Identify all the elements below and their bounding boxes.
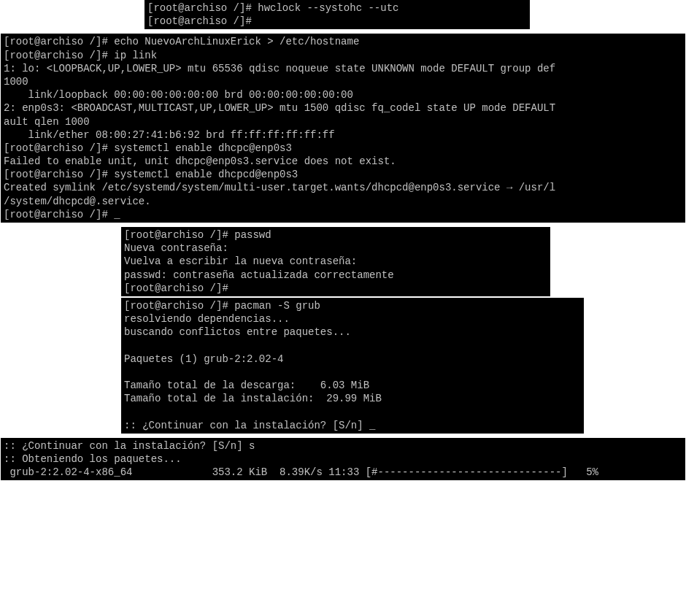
terminal-block-pacman-grub: [root@archiso /]# pacman -S grub resolvi… (121, 298, 584, 434)
term-line: passwd: contraseña actualizada correctam… (124, 269, 394, 281)
term-line: /system/dhcpcd@.service. (4, 196, 151, 207)
term-line: [root@archiso /]# (147, 15, 252, 27)
term-line: Vuelva a escribir la nueva contraseña: (124, 255, 357, 267)
terminal-block-network: [root@archiso /]# echo NuevoArchLinuxEri… (1, 34, 685, 223)
term-line: grub-2:2.02-4-x86_64 353.2 KiB 8.39K/s 1… (4, 466, 598, 478)
terminal-block-passwd: [root@archiso /]# passwd Nueva contraseñ… (121, 227, 550, 296)
term-line: Created symlink /etc/systemd/system/mult… (4, 182, 555, 193)
term-line: [root@archiso /]# _ (4, 209, 120, 220)
term-line: Tamaño total de la instalación: 29.99 Mi… (124, 393, 382, 404)
term-line: :: Obteniendo los paquetes... (4, 453, 182, 465)
term-line: [root@archiso /]# systemctl enable dhcpc… (4, 142, 292, 154)
term-line: ault qlen 1000 (4, 116, 90, 128)
term-line: [root@archiso /]# ip link (4, 50, 157, 61)
term-line: Paquetes (1) grub-2:2.02-4 (124, 353, 283, 365)
term-line: :: ¿Continuar con la instalación? [S/n] … (4, 440, 255, 452)
terminal-block-hwclock: [root@archiso /]# hwclock --systohc --ut… (144, 0, 530, 29)
term-line: :: ¿Continuar con la instalación? [S/n] … (124, 420, 375, 431)
term-line: Failed to enable unit, unit dhcpc@enp0s3… (4, 155, 396, 167)
term-line: [root@archiso /]# hwclock --systohc --ut… (147, 2, 398, 14)
terminal-block-download: :: ¿Continuar con la instalación? [S/n] … (1, 438, 685, 481)
term-line: Nueva contraseña: (124, 242, 228, 254)
term-line: [root@archiso /]# passwd (124, 229, 271, 241)
term-line: resolviendo dependencias... (124, 313, 290, 325)
term-line: 1: lo: <LOOPBACK,UP,LOWER_UP> mtu 65536 … (4, 63, 555, 74)
term-line: [root@archiso /]# pacman -S grub (124, 300, 320, 312)
term-line: buscando conflictos entre paquetes... (124, 326, 351, 338)
term-line: [root@archiso /]# echo NuevoArchLinuxEri… (4, 36, 359, 47)
term-line: Tamaño total de la descarga: 6.03 MiB (124, 380, 369, 391)
term-line: [root@archiso /]# systemctl enable dhcpc… (4, 169, 298, 180)
term-line: [root@archiso /]# (124, 282, 228, 294)
term-line: link/loopback 00:00:00:00:00:00 brd 00:0… (4, 89, 353, 101)
term-line: 1000 (4, 76, 28, 88)
term-line: 2: enp0s3: <BROADCAST,MULTICAST,UP,LOWER… (4, 102, 555, 114)
term-line: link/ether 08:00:27:41:b6:92 brd ff:ff:f… (4, 129, 335, 141)
